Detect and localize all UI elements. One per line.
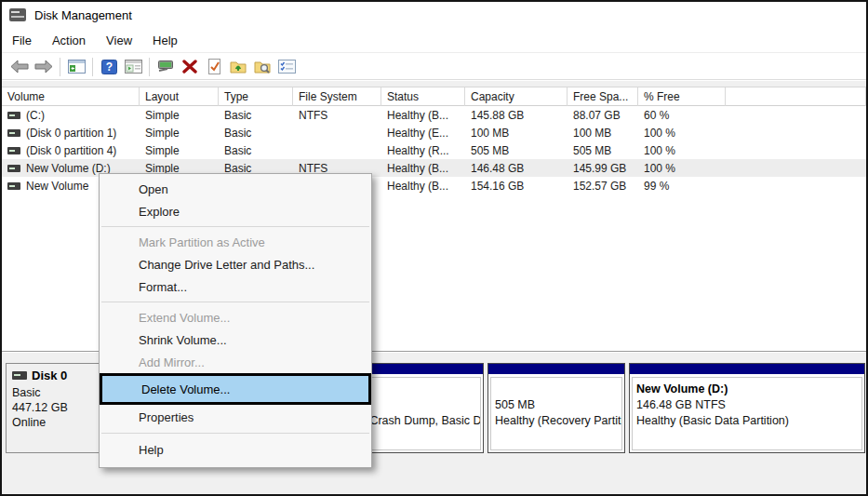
back-icon[interactable] — [7, 56, 32, 78]
cell-file-system — [293, 124, 381, 141]
cell-layout: Simple — [140, 124, 219, 141]
disk-status: Online — [12, 415, 97, 430]
cell-capacity: 145.88 GB — [465, 106, 568, 124]
menu-item-properties[interactable]: Properties — [100, 405, 371, 429]
menubar-item-view[interactable]: View — [96, 30, 142, 51]
cell-type: Basic — [219, 106, 293, 124]
menu-item-extend-volume: Extend Volume... — [100, 306, 371, 328]
cell-capacity: 146.48 GB — [465, 159, 568, 177]
cell-layout: Simple — [140, 141, 219, 159]
cell-percent-free: 99 % — [638, 177, 726, 194]
disk-name: Disk 0 — [32, 369, 67, 382]
toolbar: ? — [2, 54, 866, 80]
toolbar-separator — [60, 58, 60, 76]
menu-separator — [101, 302, 369, 302]
menu-bar: FileActionViewHelp — [2, 28, 866, 53]
menu-separator — [101, 226, 369, 227]
menubar-item-help[interactable]: Help — [142, 30, 188, 51]
column-header-capacity[interactable]: Capacity — [465, 87, 568, 106]
disk-management-app-icon — [9, 8, 26, 21]
menu-item-change-drive-letter-and-paths[interactable]: Change Drive Letter and Paths... — [100, 253, 371, 275]
cell-status: Healthy (E... — [381, 124, 465, 141]
toolbar-strip — [2, 81, 866, 87]
cell-status: Healthy (B... — [381, 177, 465, 194]
folder-find-icon[interactable] — [250, 56, 274, 78]
partition-color-band — [488, 364, 624, 374]
disk-management-window: Disk Management FileActionViewHelp ? — [0, 0, 868, 496]
cell-percent-free: 100 % — [638, 159, 726, 177]
table-row[interactable]: (C:) Simple Basic NTFS Healthy (B... 145… — [2, 106, 866, 124]
cell-status: Healthy (B... — [381, 159, 465, 177]
table-row[interactable]: (Disk 0 partition 4) Simple Basic Health… — [2, 141, 866, 159]
toolbar-separator — [92, 58, 93, 76]
column-header-filler — [726, 87, 866, 106]
partition-recovery[interactable]: 505 MB Healthy (Recovery Partition) — [487, 363, 625, 453]
cell-status: Healthy (B... — [381, 106, 465, 124]
disk0-header-box[interactable]: Disk 0 Basic 447.12 GB Online — [6, 363, 103, 453]
menubar-item-action[interactable]: Action — [42, 30, 96, 51]
cell-free-space: 152.57 GB — [568, 177, 638, 194]
cell-percent-free: 100 % — [638, 124, 726, 141]
title-bar: Disk Management — [2, 2, 866, 28]
context-menu: OpenExploreMark Partition as ActiveChang… — [99, 173, 372, 468]
cell-type: Basic — [219, 141, 293, 159]
cell-capacity: 505 MB — [465, 141, 568, 159]
menu-item-help[interactable]: Help — [100, 437, 371, 462]
menu-item-delete-volume[interactable]: Delete Volume... — [100, 373, 371, 405]
cell-file-system: NTFS — [293, 106, 381, 124]
cell-volume: (Disk 0 partition 1) — [26, 127, 116, 140]
column-header-status[interactable]: Status — [381, 87, 465, 106]
column-header-file-system[interactable]: File System — [293, 87, 381, 106]
folder-up-icon[interactable] — [226, 56, 250, 78]
action-pane-icon[interactable] — [121, 56, 145, 78]
cell-free-space: 145.99 GB — [568, 159, 638, 177]
menu-item-shrink-volume[interactable]: Shrink Volume... — [100, 328, 371, 351]
cell-percent-free: 100 % — [638, 141, 726, 159]
disk-icon — [12, 371, 27, 380]
volume-icon — [7, 147, 20, 154]
column-header-layout[interactable]: Layout — [140, 87, 219, 106]
forward-icon[interactable] — [32, 56, 56, 78]
cell-file-system — [293, 141, 381, 159]
cell-volume: (C:) — [26, 109, 45, 122]
volume-icon — [7, 129, 20, 137]
cell-status: Healthy (R... — [381, 141, 465, 159]
menu-item-mark-partition-as-active: Mark Partition as Active — [100, 231, 371, 253]
cell-volume: (Disk 0 partition 4) — [26, 144, 116, 157]
cell-capacity: 154.16 GB — [465, 177, 568, 194]
disk-type: Basic — [12, 385, 97, 400]
menu-item-explore[interactable]: Explore — [100, 200, 371, 222]
menubar-item-file[interactable]: File — [2, 30, 42, 51]
volume-icon — [7, 182, 20, 190]
volume-list-header: VolumeLayoutTypeFile SystemStatusCapacit… — [2, 87, 866, 106]
window-title: Disk Management — [34, 8, 132, 22]
disk-size: 447.12 GB — [12, 400, 97, 415]
help-icon[interactable]: ? — [97, 56, 121, 78]
column-header-volume[interactable]: Volume — [2, 87, 140, 106]
svg-text:?: ? — [105, 60, 112, 74]
volume-icon — [7, 165, 20, 172]
cell-layout: Simple — [140, 106, 219, 124]
partition-color-band — [630, 364, 864, 374]
column-header-free-spa---[interactable]: Free Spa... — [568, 87, 638, 106]
menu-item-add-mirror: Add Mirror... — [100, 351, 371, 373]
menu-separator — [101, 433, 369, 434]
show-console-tree-icon[interactable] — [64, 56, 88, 78]
delete-icon[interactable] — [178, 56, 202, 78]
properties-list-icon[interactable] — [274, 56, 299, 78]
table-row[interactable]: (Disk 0 partition 1) Simple Basic Health… — [2, 124, 866, 141]
cell-free-space: 505 MB — [568, 141, 638, 159]
cell-capacity: 100 MB — [465, 124, 568, 141]
volume-icon — [7, 112, 20, 119]
menu-item-open[interactable]: Open — [100, 178, 371, 200]
menu-item-format[interactable]: Format... — [100, 275, 371, 298]
check-document-icon[interactable] — [202, 56, 226, 78]
computer-icon[interactable] — [154, 56, 178, 78]
cell-type: Basic — [219, 124, 293, 141]
toolbar-separator — [149, 58, 150, 76]
column-header---free[interactable]: % Free — [638, 87, 726, 106]
cell-free-space: 88.07 GB — [568, 106, 638, 124]
partition-d[interactable]: New Volume (D:) 146.48 GB NTFS Healthy (… — [629, 363, 865, 453]
column-header-type[interactable]: Type — [219, 87, 293, 106]
cell-free-space: 100 MB — [568, 124, 638, 141]
